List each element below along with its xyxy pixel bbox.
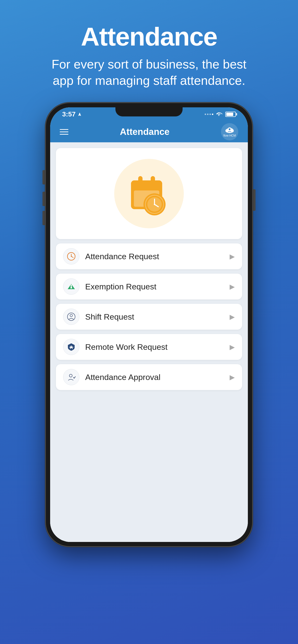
svg-rect-10 bbox=[138, 176, 142, 185]
attendance-request-chevron: ▶ bbox=[230, 252, 235, 260]
svg-point-29 bbox=[69, 374, 72, 377]
attendance-approval-icon-wrap bbox=[63, 369, 79, 385]
status-time: 3:57 bbox=[62, 110, 76, 118]
notch bbox=[115, 107, 183, 116]
navigation-icon bbox=[77, 112, 82, 116]
page-background: Attendance For every sort of business, t… bbox=[46, 0, 252, 546]
remote-work-request-chevron: ▶ bbox=[230, 343, 235, 351]
app-header-title: Attendance bbox=[120, 127, 170, 137]
attendance-request-label: Attendance Request bbox=[85, 252, 224, 261]
remote-work-request-item[interactable]: Remote Work Request ▶ bbox=[56, 334, 242, 360]
remote-work-request-icon-wrap bbox=[63, 339, 79, 355]
hamburger-menu-button[interactable] bbox=[60, 129, 68, 135]
shield-home-icon bbox=[67, 342, 76, 352]
svg-point-6 bbox=[229, 128, 230, 130]
app-header: Attendance flow HCM bbox=[50, 121, 248, 142]
exemption-request-icon-wrap bbox=[63, 278, 79, 295]
attendance-approval-chevron: ▶ bbox=[230, 373, 235, 381]
page-header: Attendance For every sort of business, t… bbox=[46, 0, 252, 103]
app-content: Attendance Request ▶ Exemption Request ▶ bbox=[50, 142, 248, 542]
attendance-approval-label: Attendance Approval bbox=[85, 372, 224, 382]
exemption-request-label: Exemption Request bbox=[85, 282, 224, 291]
shift-request-label: Shift Request bbox=[85, 312, 224, 322]
flow-cloud-icon bbox=[225, 126, 235, 134]
status-icons bbox=[205, 112, 236, 117]
calendar-clock-icon bbox=[126, 171, 172, 216]
flow-logo[interactable]: flow HCM bbox=[221, 123, 238, 140]
attendance-approval-item[interactable]: Attendance Approval ▶ bbox=[56, 364, 242, 390]
svg-point-23 bbox=[71, 256, 72, 257]
shift-request-item[interactable]: Shift Request ▶ bbox=[56, 304, 242, 330]
person-check-icon bbox=[67, 372, 76, 382]
triangle-up-icon bbox=[67, 282, 76, 291]
status-time-wrap: 3:57 bbox=[62, 110, 82, 118]
hero-card bbox=[56, 148, 242, 239]
hero-circle bbox=[114, 159, 184, 228]
svg-rect-9 bbox=[131, 185, 162, 189]
attendance-request-item[interactable]: Attendance Request ▶ bbox=[56, 244, 242, 269]
clock-circle-icon bbox=[67, 252, 76, 261]
flow-logo-text: flow HCM bbox=[223, 134, 236, 137]
wifi-icon bbox=[216, 112, 222, 117]
shift-request-chevron: ▶ bbox=[230, 313, 235, 321]
svg-point-19 bbox=[154, 204, 155, 205]
svg-rect-11 bbox=[151, 176, 155, 185]
page-subtitle: For every sort of business, the best app… bbox=[46, 56, 252, 89]
svg-point-28 bbox=[70, 314, 72, 317]
remote-work-request-label: Remote Work Request bbox=[85, 342, 224, 352]
phone-frame: 3:57 bbox=[46, 103, 252, 546]
phone-screen: 3:57 bbox=[50, 107, 248, 542]
svg-point-26 bbox=[71, 284, 72, 286]
exemption-request-chevron: ▶ bbox=[230, 283, 235, 290]
attendance-request-icon-wrap bbox=[63, 248, 79, 264]
shift-request-icon-wrap bbox=[63, 308, 79, 325]
battery-icon bbox=[225, 112, 236, 117]
exemption-request-item[interactable]: Exemption Request ▶ bbox=[56, 274, 242, 300]
page-title: Attendance bbox=[46, 22, 252, 52]
shift-icon bbox=[67, 312, 76, 321]
svg-rect-25 bbox=[71, 286, 72, 288]
